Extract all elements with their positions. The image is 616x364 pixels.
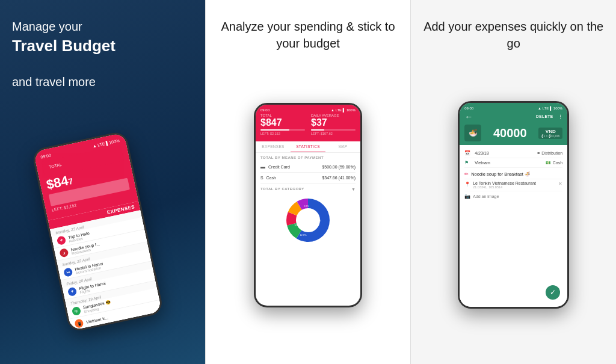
left-progress-fill	[56, 189, 99, 198]
middle-phone-screen: 09:00 ▲ LTE ▌ 100% TOTAL $847 LEFT: $2,1…	[256, 105, 360, 306]
expense-icon-4: ✈	[67, 286, 78, 297]
chart-label-3: 10.2%	[294, 224, 301, 227]
right-image-row: 📷 Add an image	[464, 191, 562, 202]
right-amount: 40000	[493, 126, 527, 140]
tab-map[interactable]: MAP	[325, 141, 360, 152]
left-expense-list: Monday, 23 April ✈ Trip to Halo Activiti…	[50, 210, 162, 330]
chart-area: 59.0% 12.0% 10.2% 10.1% 8.7% ✈	[260, 196, 356, 244]
middle-phone-header: 09:00 ▲ LTE ▌ 100% TOTAL $847 LEFT: $2,1…	[256, 105, 360, 141]
right-detail-row-2: ⚑ Vietnam 💵 Cash	[464, 158, 562, 168]
tab-expenses[interactable]: EXPENSES	[256, 141, 291, 152]
right-distribution: ≡ Distribution	[537, 151, 562, 155]
middle-daily-progress-fill	[311, 129, 324, 131]
right-cash: 💵 Cash	[546, 161, 562, 165]
category-section-title: TOTAL BY CATEGORY	[260, 187, 351, 191]
right-status-bar: 09:00 ▲ LTE ▌ 100%	[464, 106, 562, 110]
chart-label-5: 8.7%	[304, 205, 309, 207]
right-cash-icon: 💵	[546, 161, 551, 165]
panel-middle: Analyze your spending & stick to your bu…	[205, 0, 411, 364]
right-nav-more[interactable]: ⋮	[558, 114, 563, 119]
right-location-row: 📍 Le Tonkin Vietnamese Restaurant 21.033…	[464, 179, 562, 191]
right-detail-row-1: 📅 4/23/18 ≡ Distribution	[464, 149, 562, 158]
right-nav-back[interactable]: ←	[464, 112, 473, 122]
right-currency-badge: VND ₫1 = ₫23,206	[538, 128, 562, 139]
expense-icon-3: 🛏	[63, 267, 73, 277]
right-nav-delete[interactable]: DELETE	[536, 114, 553, 119]
middle-daily-block: DAILY AVERAGE $37 LEFT: $107.62	[311, 114, 356, 135]
middle-daily-label: DAILY AVERAGE	[311, 114, 356, 117]
payment-amount-1: $500.00 (59.00%)	[322, 165, 356, 169]
middle-content: TOTAL BY MEANS OF PAYMENT ▬ Credit Card …	[256, 153, 360, 306]
right-headline: Add your expenses quickly on the go	[423, 18, 604, 52]
tab-statistics[interactable]: STATISTICS	[291, 141, 325, 152]
left-phone-wrapper: 09:00 ▲ LTE ▌100% TOTAL $847 LEFT: $2,15…	[54, 102, 150, 346]
middle-phone: 09:00 ▲ LTE ▌ 100% TOTAL $847 LEFT: $2,1…	[254, 103, 362, 307]
payment-item-1: ▬ Credit Card $500.00 (59.00%)	[260, 162, 356, 173]
category-dropdown-icon[interactable]: ▼	[351, 187, 356, 191]
right-calendar-icon: 📅	[464, 150, 472, 156]
right-date-label: 4/23/18	[475, 151, 537, 155]
middle-total-progress-fill	[260, 129, 289, 131]
payment-item-2: $ Cash $347.66 (41.00%)	[260, 173, 356, 184]
right-nav-actions: DELETE ⋮	[536, 114, 562, 119]
right-cash-label: Cash	[553, 161, 562, 165]
right-description-row: ✏ Noodle soup for Breakfast 🍜	[464, 168, 562, 179]
middle-total-amount: $847	[260, 117, 305, 128]
right-phone-screen: 09:00 ▲ LTE ▌ 100% ← DELETE ⋮ 🍜 40000	[460, 103, 567, 307]
right-category-icon: 🍜	[464, 125, 481, 141]
right-phone-header: 09:00 ▲ LTE ▌ 100% ← DELETE ⋮ 🍜 40000	[460, 103, 567, 145]
right-country-label: Vietnam	[475, 161, 546, 165]
right-distribution-label: Distribution	[541, 151, 562, 155]
left-phone: 09:00 ▲ LTE ▌100% TOTAL $847 LEFT: $2,15…	[31, 130, 164, 332]
middle-status-bar: 09:00 ▲ LTE ▌ 100%	[260, 108, 356, 112]
right-phone: 09:00 ▲ LTE ▌ 100% ← DELETE ⋮ 🍜 40000	[458, 101, 569, 309]
right-location-name: Le Tonkin Vietnamese Restaurant	[473, 181, 558, 185]
payment-name-2: Cash	[266, 176, 322, 180]
middle-section-title: TOTAL BY MEANS OF PAYMENT	[260, 156, 356, 159]
middle-tabs: EXPENSES STATISTICS MAP	[256, 141, 360, 153]
left-status-time: 09:00	[40, 153, 52, 159]
middle-total-block: TOTAL $847 LEFT: $2,152	[260, 114, 305, 135]
panel-left: Manage your Travel Budget and travel mor…	[0, 0, 205, 364]
middle-phone-wrapper: 09:00 ▲ LTE ▌ 100% TOTAL $847 LEFT: $2,1…	[254, 64, 362, 346]
expense-icon-1: ✈	[57, 235, 67, 245]
right-pencil-icon: ✏	[464, 171, 469, 177]
right-status-time: 09:00	[464, 106, 473, 110]
middle-total-left: LEFT: $2,152	[260, 132, 305, 135]
right-location-icon: 📍	[464, 182, 470, 187]
right-amount-row: 🍜 40000 VND ₫1 = ₫23,206	[464, 125, 562, 141]
right-content: 📅 4/23/18 ≡ Distribution ⚑ Vietnam 💵	[460, 145, 567, 307]
category-section-header: TOTAL BY CATEGORY ▼	[260, 187, 356, 191]
right-save-button[interactable]: ✓	[546, 285, 560, 300]
right-location-coords: 21.03341, 105.8514	[473, 185, 558, 189]
middle-stats-row: TOTAL $847 LEFT: $2,152 DAILY AVERAGE $3…	[260, 114, 356, 135]
expense-icon-6: 📱	[74, 318, 84, 329]
left-headline-bold: Travel Budget	[12, 35, 193, 57]
middle-status-time: 09:00	[260, 108, 270, 112]
right-currency-code: VND	[541, 129, 559, 134]
right-location-close[interactable]: ✕	[558, 181, 562, 187]
left-phone-screen: 09:00 ▲ LTE ▌100% TOTAL $847 LEFT: $2,15…	[34, 132, 162, 330]
right-status-icons: ▲ LTE ▌ 100%	[538, 106, 562, 110]
middle-total-label: TOTAL	[260, 114, 305, 117]
chart-label-4: 10.1%	[296, 214, 303, 217]
right-phone-wrapper: 09:00 ▲ LTE ▌ 100% ← DELETE ⋮ 🍜 40000	[458, 64, 569, 346]
expense-icon-2: ✗	[59, 248, 69, 258]
right-camera-icon: 📷	[464, 194, 470, 199]
credit-card-icon: ▬	[260, 164, 265, 170]
left-headline-line3: and travel more	[12, 75, 96, 88]
left-headline-line1: Manage your	[12, 20, 82, 33]
middle-total-progress	[260, 129, 305, 131]
middle-daily-progress	[311, 129, 356, 131]
right-flag-icon: ⚑	[464, 160, 472, 165]
right-add-image-text[interactable]: Add an image	[473, 194, 499, 199]
middle-status-icons: ▲ LTE ▌ 100%	[331, 108, 356, 112]
right-nav: ← DELETE ⋮	[464, 112, 562, 122]
middle-daily-left: LEFT: $107.62	[311, 132, 356, 135]
donut-chart: 59.0% 12.0% 10.2% 10.1% 8.7% ✈	[284, 196, 332, 244]
payment-name-1: Credit Card	[268, 165, 322, 169]
expense-icon-5: 🛍	[72, 306, 82, 316]
panel-right: Add your expenses quickly on the go 09:0…	[411, 0, 616, 364]
right-save-icon: ✓	[550, 288, 556, 297]
payment-amount-2: $347.66 (41.00%)	[322, 176, 356, 180]
